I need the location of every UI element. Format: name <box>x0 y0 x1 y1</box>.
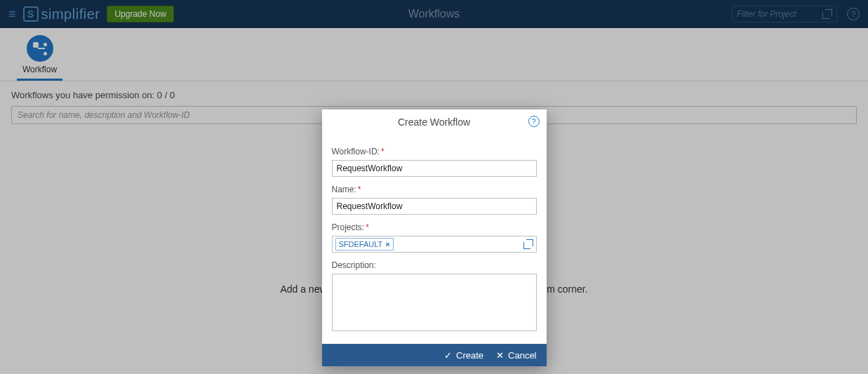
projects-label: Projects: <box>332 222 365 232</box>
check-icon <box>444 350 452 361</box>
dialog-title: Create Workflow <box>398 116 470 128</box>
workflow-id-label: Workflow-ID: <box>332 147 380 156</box>
description-label: Description: <box>332 260 376 270</box>
create-button[interactable]: Create <box>444 350 483 361</box>
workflow-id-input[interactable] <box>332 160 537 177</box>
dialog-help-icon[interactable]: ? <box>528 116 540 127</box>
open-projects-icon[interactable] <box>523 239 533 249</box>
remove-chip-icon[interactable]: × <box>385 240 389 248</box>
create-workflow-dialog: Create Workflow ? Workflow-ID:* Name:* P… <box>322 109 547 366</box>
required-marker: * <box>358 185 361 194</box>
name-label: Name: <box>332 185 356 194</box>
dialog-footer: Create ✕ Cancel <box>322 344 547 366</box>
close-icon: ✕ <box>496 350 504 361</box>
cancel-button[interactable]: ✕ Cancel <box>496 350 536 361</box>
projects-input[interactable]: SFDEFAULT × <box>332 236 537 253</box>
required-marker: * <box>381 147 385 156</box>
name-input[interactable] <box>332 198 537 215</box>
project-chip: SFDEFAULT × <box>335 238 394 251</box>
dialog-header: Create Workflow ? <box>322 109 547 135</box>
description-input[interactable] <box>332 274 537 331</box>
cancel-button-label: Cancel <box>508 350 536 361</box>
required-marker: * <box>366 222 369 232</box>
project-chip-label: SFDEFAULT <box>339 240 383 248</box>
create-button-label: Create <box>456 350 483 361</box>
